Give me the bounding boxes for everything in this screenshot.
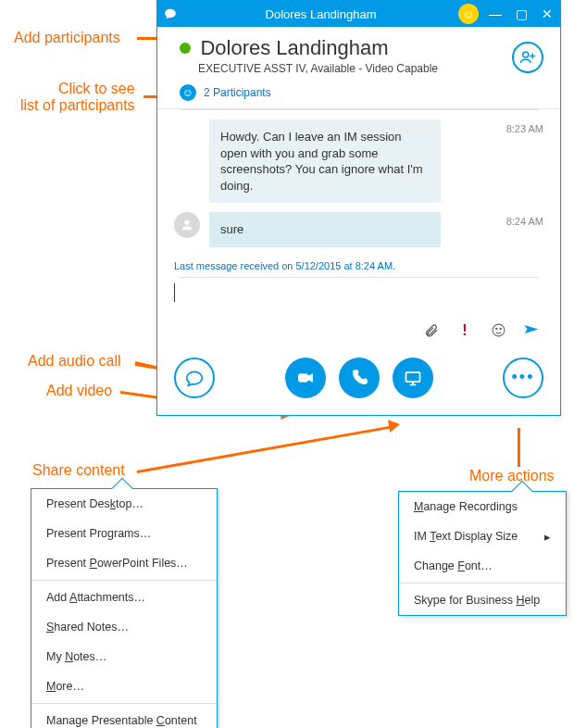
- im-button[interactable]: [174, 358, 215, 398]
- menu-separator: [399, 583, 566, 584]
- compose-toolbar: !: [157, 308, 560, 348]
- message-time: 8:23 AM: [492, 119, 543, 134]
- contact-header: Dolores Landingham EXECUTIVE ASST IV, Av…: [157, 27, 560, 81]
- svg-point-0: [523, 52, 529, 57]
- more-actions-menu: Manage Recordings IM Text Display Size▸ …: [398, 491, 567, 616]
- svg-rect-7: [298, 374, 307, 382]
- svg-point-3: [184, 220, 189, 225]
- more-actions-button[interactable]: •••: [503, 358, 543, 398]
- priority-icon[interactable]: !: [456, 322, 473, 339]
- svg-rect-8: [406, 372, 419, 382]
- participants-count: 2 Participants: [204, 86, 271, 99]
- message-outgoing: sure 8:24 AM: [174, 212, 543, 247]
- minimize-button[interactable]: —: [482, 6, 508, 21]
- window-title: Dolores Landingham: [183, 7, 458, 21]
- chat-icon: [157, 7, 183, 20]
- svg-point-6: [499, 329, 500, 330]
- callout-add-video: Add video: [46, 383, 112, 399]
- callout-audio-call: Add audio call: [28, 353, 121, 370]
- menu-item-add-attachments[interactable]: Add Attachments…: [31, 583, 217, 612]
- participants-row[interactable]: ☺ 2 Participants: [157, 81, 560, 109]
- last-received-text: Last message received on 5/12/2015 at 8:…: [174, 257, 543, 271]
- arrow-line: [518, 428, 520, 467]
- send-button[interactable]: [523, 322, 540, 339]
- attachment-icon[interactable]: [423, 322, 440, 339]
- avatar-icon: [174, 212, 200, 238]
- menu-item-present-programs[interactable]: Present Programs…: [31, 519, 217, 548]
- contact-name: Dolores Landingham: [200, 36, 388, 59]
- callout-share-content: Share content: [32, 462, 125, 479]
- svg-point-5: [495, 329, 496, 330]
- presence-indicator: [180, 43, 191, 54]
- action-row: •••: [157, 348, 560, 415]
- message-bubble: sure: [209, 212, 441, 247]
- call-button[interactable]: [339, 358, 380, 398]
- callout-add-participants: Add participants: [14, 30, 120, 46]
- chat-window: Dolores Landingham ☺ — ▢ ✕ Dolores Landi…: [156, 0, 561, 416]
- message-area: Howdy. Can I leave an IM session open wi…: [157, 110, 560, 277]
- message-incoming: Howdy. Can I leave an IM session open wi…: [174, 119, 543, 203]
- titlebar: Dolores Landingham ☺ — ▢ ✕: [157, 1, 560, 27]
- menu-item-help[interactable]: Skype for Business Help: [399, 585, 566, 615]
- arrow-line: [137, 425, 393, 473]
- maximize-button[interactable]: ▢: [508, 6, 534, 21]
- share-content-menu: Present Desktop… Present Programs… Prese…: [31, 488, 218, 728]
- compose-input[interactable]: [157, 278, 560, 308]
- present-button[interactable]: [393, 358, 433, 398]
- close-button[interactable]: ✕: [534, 6, 560, 21]
- menu-item-more[interactable]: More…: [31, 672, 217, 701]
- video-button[interactable]: [285, 358, 326, 398]
- svg-point-4: [493, 324, 505, 336]
- message-time: 8:24 AM: [492, 212, 543, 227]
- callout-more-actions: More actions: [469, 468, 555, 484]
- arrow-head: [388, 418, 401, 433]
- callout-participants-list: Click to see list of participants: [20, 81, 135, 115]
- ellipsis-icon: •••: [512, 368, 535, 387]
- menu-item-im-text-size[interactable]: IM Text Display Size▸: [399, 521, 566, 551]
- contact-subtitle: EXECUTIVE ASST IV, Available - Video Cap…: [198, 62, 545, 75]
- menu-item-shared-notes[interactable]: Shared Notes…: [31, 612, 217, 642]
- message-bubble: Howdy. Can I leave an IM session open wi…: [209, 119, 441, 203]
- menu-separator: [31, 580, 217, 581]
- smiley-icon[interactable]: ☺: [458, 4, 479, 24]
- menu-item-present-powerpoint[interactable]: Present PowerPoint Files…: [31, 548, 217, 578]
- menu-item-manage-recordings[interactable]: Manage Recordings: [399, 492, 566, 521]
- participants-icon: ☺: [180, 84, 196, 101]
- menu-separator: [31, 703, 217, 704]
- menu-item-change-font[interactable]: Change Font…: [399, 551, 566, 581]
- menu-item-manage-content[interactable]: Manage Presentable Content: [31, 706, 217, 728]
- menu-item-my-notes[interactable]: My Notes…: [31, 642, 217, 672]
- text-cursor: [174, 283, 175, 302]
- emoji-icon[interactable]: [490, 322, 506, 339]
- add-participant-button[interactable]: [512, 42, 543, 73]
